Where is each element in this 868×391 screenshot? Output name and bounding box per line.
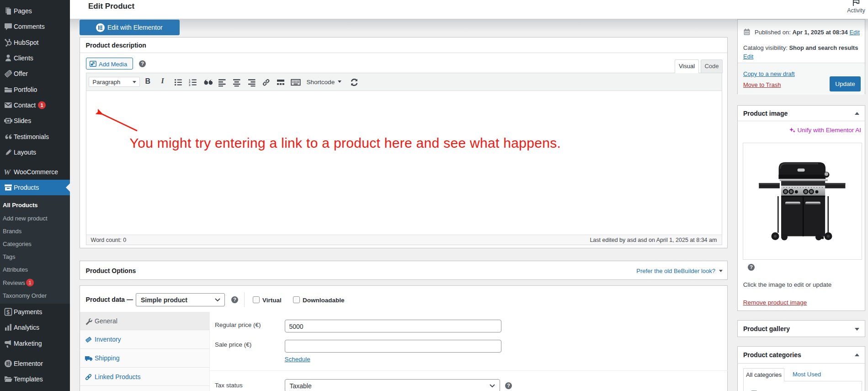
svg-text:3: 3	[189, 84, 191, 86]
svg-text:$: $	[6, 309, 10, 316]
svg-text:W: W	[4, 168, 11, 177]
